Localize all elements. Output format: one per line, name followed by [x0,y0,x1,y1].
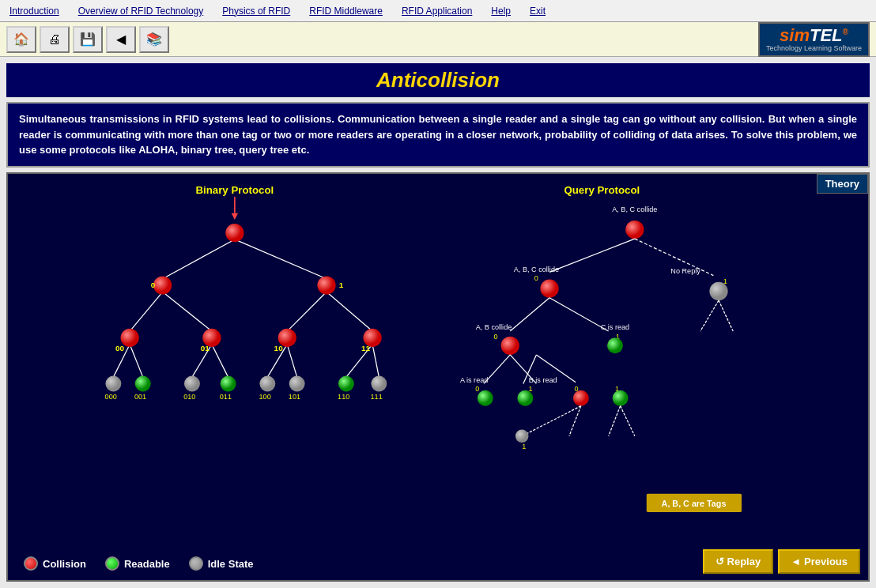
query-leaf-a [478,390,493,405]
svg-line-37 [510,297,549,330]
svg-text:00: 00 [115,343,125,352]
svg-text:0: 0 [534,274,538,282]
tree-diagram: Binary Protocol Query Protocol [8,174,868,541]
menu-introduction[interactable]: Introduction [6,4,62,18]
prev-icon: ◄ [791,556,801,567]
svg-text:11: 11 [361,343,371,352]
menu-overview[interactable]: Overview of RFID Technology [75,4,207,18]
svg-text:B is read: B is read [529,375,557,383]
binary-protocol-label: Binary Protocol [195,183,274,195]
query-node-b1 [613,390,629,405]
svg-line-58 [700,300,719,331]
legend-readable: Readable [105,556,170,571]
svg-text:001: 001 [134,393,146,401]
svg-text:000: 000 [105,393,117,401]
svg-text:0: 0 [151,281,156,289]
svg-marker-1 [232,213,238,219]
back-button[interactable]: ◀ [106,26,136,53]
description-box: Simultaneous transmissions in RFID syste… [6,102,870,168]
replay-icon: ↺ [716,556,724,567]
svg-text:A, B collide: A, B collide [476,323,512,331]
svg-text:A, B, C collide: A, B, C collide [612,205,657,213]
svg-text:111: 111 [371,393,383,401]
svg-line-13 [287,344,296,376]
legend-collision: Collision [24,556,86,571]
menu-bar: Introduction Overview of RFID Technology… [0,0,876,22]
toolbar-icons: 🏠 🖨 💾 ◀ 📚 [6,26,169,53]
query-leaf-b0-0 [515,429,529,443]
svg-text:01: 01 [201,343,210,352]
save-button[interactable]: 💾 [73,26,103,53]
svg-text:No Reply: No Reply [670,267,700,275]
leaf-100 [259,375,275,391]
menu-exit[interactable]: Exit [527,4,549,18]
svg-line-9 [130,344,143,376]
collision-icon [24,556,38,571]
replay-button[interactable]: ↺ Replay [703,549,774,574]
svg-text:0: 0 [475,385,479,393]
menu-physics[interactable]: Physics of RFID [219,4,293,18]
collision-label: Collision [43,558,86,570]
main-content: Anticollision Simultaneous transmissions… [0,57,876,588]
svg-line-7 [327,292,372,331]
diagram-area: Theory Binary Protocol Query Protocol [6,172,870,582]
binary-root-node [225,224,244,242]
brand-name: simTEL® [780,27,848,44]
svg-text:011: 011 [220,393,232,401]
bottom-buttons: ↺ Replay ◄ Previous [703,549,860,574]
svg-line-4 [130,292,162,331]
readable-icon [105,556,119,571]
leaf-110 [338,375,354,391]
svg-line-55 [609,405,621,435]
query-node-b0 [573,390,589,405]
binary-node-0 [153,276,172,294]
svg-line-59 [719,300,733,331]
leaf-001 [135,375,151,391]
menu-middleware[interactable]: RFID Middleware [306,4,386,18]
query-root [625,220,644,238]
svg-line-3 [235,239,327,278]
svg-line-31 [549,239,635,272]
svg-text:110: 110 [338,393,349,401]
svg-text:1: 1 [339,281,344,289]
books-button[interactable]: 📚 [139,26,169,53]
query-protocol-label: Query Protocol [564,183,640,195]
query-node-c [607,337,623,353]
leaf-000 [105,375,121,391]
svg-text:0: 0 [493,333,497,341]
theory-button[interactable]: Theory [817,174,868,194]
idle-icon [189,556,203,571]
leaf-010 [184,375,200,391]
query-node-ab [501,336,519,354]
menu-application[interactable]: RFID Application [398,4,475,18]
svg-line-54 [569,405,581,435]
svg-line-6 [287,292,327,331]
svg-line-11 [212,344,228,376]
svg-line-2 [163,239,235,278]
svg-text:C is read: C is read [601,323,629,331]
svg-text:A, B, C collide: A, B, C collide [514,266,559,273]
description-text: Simultaneous transmissions in RFID syste… [19,111,857,158]
query-node-1 [709,281,727,300]
query-leaf-b [517,390,533,405]
leaf-101 [289,375,305,391]
tagline: Technology Learning Software [766,44,862,52]
page-title: Anticollision [11,68,865,92]
legend-idle: Idle State [189,556,254,571]
leaf-111 [371,375,387,391]
svg-text:A, B, C are Tags: A, B, C are Tags [662,498,727,507]
svg-line-15 [372,344,379,376]
menu-help[interactable]: Help [488,4,514,18]
svg-line-38 [549,297,609,330]
toolbar: 🏠 🖨 💾 ◀ 📚 simTEL® Technology Learning So… [0,22,876,57]
svg-text:101: 101 [289,393,300,401]
legend: Collision Readable Idle State [24,556,254,571]
leaf-011 [221,375,236,391]
svg-text:A is read: A is read [460,375,488,383]
query-node-0 [540,279,558,297]
svg-text:1: 1 [522,443,526,450]
previous-button[interactable]: ◄ Previous [778,549,860,574]
home-button[interactable]: 🏠 [6,26,36,53]
svg-text:010: 010 [183,393,195,401]
print-button[interactable]: 🖨 [40,26,70,53]
